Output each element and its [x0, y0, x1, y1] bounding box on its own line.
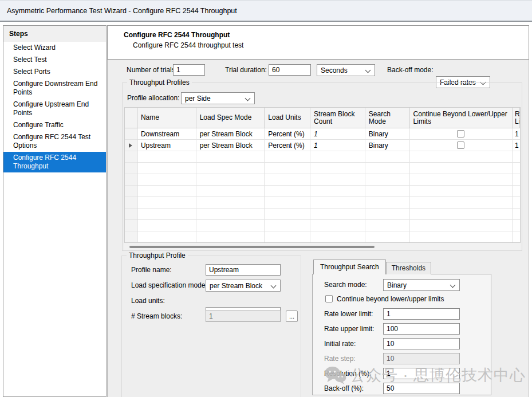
page-title: Configure RFC 2544 Throughput [124, 31, 529, 39]
cell-search-mode[interactable]: Binary [365, 128, 410, 140]
cell [365, 151, 410, 163]
cell [196, 174, 265, 186]
throughput-search-panel: Search mode: Binary Continue beyond lowe… [312, 274, 491, 395]
continue-beyond-checkbox[interactable] [457, 141, 464, 149]
cell-load-spec-mode[interactable]: per Stream Block [196, 128, 265, 140]
table-row-empty [125, 209, 520, 220]
cell [137, 209, 196, 220]
row-selector [125, 209, 137, 220]
cell [196, 151, 265, 163]
search-mode-label: Search mode: [324, 279, 367, 290]
sidebar-item-configure-upstream-end-points[interactable]: Configure Upstream End Points [3, 99, 106, 119]
rate-lower-limit-input[interactable] [383, 308, 460, 320]
cell [513, 186, 520, 197]
cell [513, 197, 520, 209]
sidebar-item-configure-rfc2544-test-options[interactable]: Configure RFC 2544 Test Options [3, 131, 106, 152]
sidebar-item-configure-traffic[interactable]: Configure Traffic [3, 119, 106, 131]
stream-blocks-input [206, 310, 281, 322]
trial-duration-input[interactable] [269, 64, 311, 76]
throughput-profile-group-title: Throughput Profile [127, 251, 188, 260]
continue-beyond-limits-checkbox[interactable] [325, 295, 333, 302]
profile-allocation-dropdown[interactable]: per Side [181, 92, 255, 104]
throughput-profiles-group-title: Throughput Profiles [127, 78, 192, 87]
column-header-load-spec-mode[interactable]: Load Spec Mode [196, 108, 265, 128]
rate-upper-limit-input[interactable] [383, 323, 460, 335]
trial-duration-units-dropdown[interactable]: Seconds [317, 64, 375, 76]
continue-beyond-limits-label: Continue beyond lower/upper limits [337, 293, 444, 305]
table-row-upstream[interactable]: Upstream per Stream Block Percent (%) 1 … [125, 140, 520, 151]
tab-thresholds[interactable]: Thresholds [386, 262, 431, 274]
cell [137, 163, 196, 174]
scrollbar-thumb[interactable] [129, 246, 375, 248]
cell [137, 220, 196, 231]
current-row-selector[interactable] [125, 140, 137, 151]
initial-rate-input[interactable] [383, 338, 460, 349]
cell [310, 163, 365, 174]
column-header-rate-lower-clipped[interactable]: R Li [513, 108, 520, 128]
cell [310, 197, 365, 209]
resolution-input[interactable] [383, 368, 460, 379]
cell [513, 163, 520, 174]
sidebar-item-select-wizard[interactable]: Select Wizard [3, 42, 106, 54]
cell [265, 186, 310, 197]
cell [310, 174, 365, 186]
cell [137, 197, 196, 209]
column-header-load-units[interactable]: Load Units [265, 108, 310, 128]
cell-search-mode[interactable]: Binary [365, 140, 410, 151]
current-row-arrow-icon [129, 143, 132, 148]
column-header-name[interactable]: Name [137, 108, 196, 128]
cell-rate-lower[interactable]: 1 [513, 128, 520, 140]
cell [310, 209, 365, 220]
search-mode-value: Binary [387, 281, 407, 289]
cell [410, 186, 513, 197]
cell-load-units[interactable]: Percent (%) [265, 140, 310, 151]
cell [137, 151, 196, 163]
cell-stream-block-count[interactable]: 1 [310, 128, 365, 140]
cell [410, 163, 513, 174]
stream-blocks-browse-button[interactable]: ... [286, 310, 298, 322]
load-units-label: Load units: [131, 295, 165, 306]
chevron-down-icon [271, 283, 277, 289]
search-mode-dropdown[interactable]: Binary [383, 279, 460, 291]
cell-stream-block-count[interactable]: 1 [310, 140, 365, 151]
tab-throughput-search[interactable]: Throughput Search [313, 260, 386, 274]
backoff-mode-label: Back-off mode: [387, 64, 433, 76]
column-header-continue-beyond[interactable]: Continue Beyond Lower/Upper Limits [410, 108, 513, 128]
backoff-percent-input[interactable] [383, 383, 460, 394]
cell [310, 151, 365, 163]
cell [310, 220, 365, 231]
sidebar-item-select-test[interactable]: Select Test [3, 54, 106, 66]
continue-beyond-checkbox[interactable] [457, 130, 464, 137]
cell [513, 231, 520, 243]
table-horizontal-scrollbar[interactable] [124, 243, 521, 250]
table-row-empty [125, 231, 520, 243]
row-selector [125, 151, 137, 163]
search-tab-strip: Throughput Search Thresholds [313, 260, 431, 274]
cell [365, 163, 410, 174]
sidebar-item-configure-rfc2544-throughput[interactable]: Configure RFC 2544 Throughput [3, 152, 106, 172]
cell [410, 174, 513, 186]
sidebar-item-select-ports[interactable]: Select Ports [3, 66, 106, 78]
load-spec-mode-dropdown[interactable]: per Stream Block [206, 280, 281, 292]
sidebar-item-configure-downstream-end-points[interactable]: Configure Downstream End Points [3, 78, 106, 99]
column-header-search-mode[interactable]: Search Mode [365, 108, 410, 128]
rate-lower-limit-label: Rate lower limit: [324, 308, 373, 320]
number-of-trials-input[interactable] [173, 64, 205, 76]
row-selector [125, 231, 137, 243]
chevron-down-icon [365, 68, 371, 73]
cell [365, 231, 410, 243]
table-row-downstream[interactable]: Downstream per Stream Block Percent (%) … [125, 128, 520, 140]
table-row-empty [125, 163, 520, 174]
cell [365, 197, 410, 209]
cell-name[interactable]: Upstream [137, 140, 196, 151]
cell-continue-beyond [410, 140, 513, 151]
row-selector[interactable] [125, 128, 137, 140]
cell-load-spec-mode[interactable]: per Stream Block [196, 140, 265, 151]
profile-name-input[interactable] [206, 264, 281, 276]
table-row-empty [125, 220, 520, 231]
cell-rate-lower[interactable]: 1 [513, 140, 520, 151]
cell-load-units[interactable]: Percent (%) [265, 128, 310, 140]
cell [265, 209, 310, 220]
cell-name[interactable]: Downstream [137, 128, 196, 140]
column-header-stream-block-count[interactable]: Stream Block Count [310, 108, 365, 128]
